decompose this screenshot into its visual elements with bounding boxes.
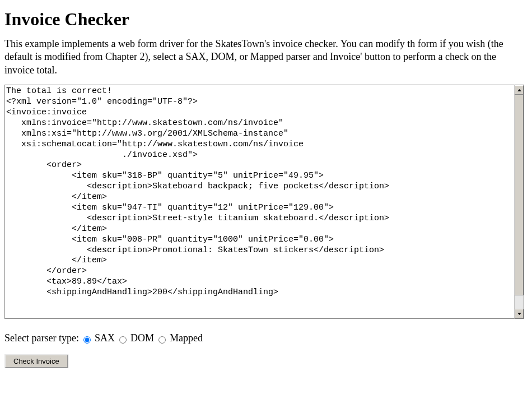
scroll-thumb[interactable] (515, 95, 524, 295)
svg-marker-0 (517, 89, 521, 91)
parser-option-sax-label: SAX (95, 332, 115, 344)
parser-radio-mapped[interactable] (158, 336, 166, 344)
intro-text: This example implements a web form drive… (4, 38, 528, 77)
parser-label: Select parser type: (4, 332, 79, 344)
scrollbar[interactable] (514, 85, 524, 319)
xml-output-container (4, 85, 514, 321)
parser-option-mapped-label: Mapped (170, 332, 203, 344)
scroll-track[interactable] (515, 95, 524, 309)
parser-radio-dom[interactable] (119, 336, 127, 344)
xml-output-textarea[interactable] (4, 85, 514, 319)
check-invoice-button[interactable]: Check Invoice (4, 354, 68, 368)
parser-selection-row: Select parser type: SAX DOM Mapped (4, 332, 528, 344)
scroll-down-button[interactable] (515, 309, 524, 318)
page-title: Invoice Checker (4, 9, 528, 30)
parser-option-dom-label: DOM (130, 332, 154, 344)
scroll-up-button[interactable] (515, 85, 524, 95)
svg-marker-1 (517, 313, 521, 315)
parser-radio-sax[interactable] (83, 336, 91, 344)
